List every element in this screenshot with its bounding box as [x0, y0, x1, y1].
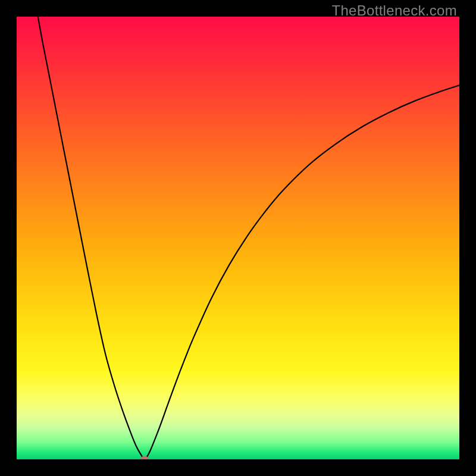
gradient-background — [17, 17, 459, 459]
watermark-text: TheBottleneck.com — [331, 2, 457, 19]
plot-area — [17, 17, 459, 459]
chart-svg — [17, 17, 459, 459]
chart-frame: TheBottleneck.com — [0, 0, 476, 476]
